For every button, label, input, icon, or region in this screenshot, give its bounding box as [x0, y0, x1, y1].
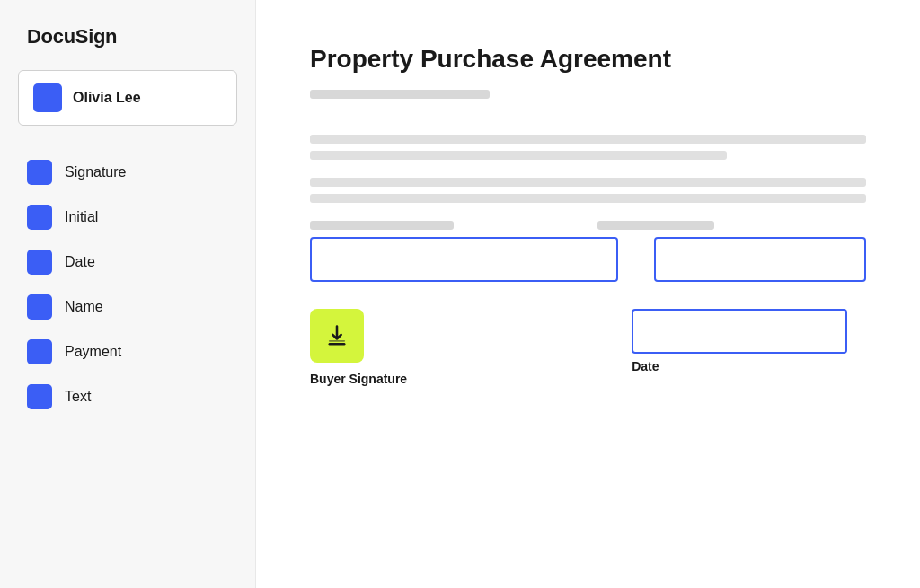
input-fields-row	[310, 237, 866, 282]
date-block: Date	[632, 309, 847, 373]
field-labels-row	[310, 221, 866, 230]
sidebar-item-label: Text	[65, 389, 91, 405]
date-input-field[interactable]	[654, 237, 866, 282]
doc-line	[310, 194, 866, 203]
doc-line	[310, 178, 866, 187]
avatar	[33, 83, 62, 112]
field-label-placeholder-2	[597, 221, 714, 230]
initial-icon	[27, 205, 52, 230]
sidebar-item-text[interactable]: Text	[18, 377, 237, 417]
doc-section-1	[310, 135, 866, 160]
document-title: Property Purchase Agreement	[310, 45, 866, 74]
payment-icon	[27, 339, 52, 364]
sidebar-item-label: Payment	[65, 344, 121, 360]
text-icon	[27, 384, 52, 409]
sidebar-item-date[interactable]: Date	[18, 242, 237, 282]
date-field[interactable]	[632, 309, 847, 354]
download-sign-icon	[324, 323, 349, 348]
sidebar-item-initial[interactable]: Initial	[18, 197, 237, 237]
sidebar-header: DocuSign	[0, 0, 255, 70]
signature-area: Buyer Signature Date	[310, 309, 866, 386]
buyer-signature-label: Buyer Signature	[310, 372, 407, 386]
user-card[interactable]: Olivia Lee	[18, 70, 237, 126]
signature-input-field[interactable]	[310, 237, 618, 282]
user-name: Olivia Lee	[73, 90, 141, 106]
sidebar-nav: Signature Initial Date Name Payment Text	[0, 153, 255, 417]
name-icon	[27, 294, 52, 320]
signature-icon	[27, 160, 52, 185]
buyer-signature-block: Buyer Signature	[310, 309, 407, 386]
doc-section-2	[310, 178, 866, 203]
sidebar-item-payment[interactable]: Payment	[18, 332, 237, 372]
sidebar: DocuSign Olivia Lee Signature Initial Da…	[0, 0, 256, 588]
main-content: Property Purchase Agreement Bu	[256, 0, 920, 588]
doc-line	[310, 151, 727, 160]
doc-subtitle-placeholder	[310, 90, 490, 99]
date-label: Date	[632, 359, 847, 373]
buyer-signature-button[interactable]	[310, 309, 364, 363]
sidebar-item-name[interactable]: Name	[18, 287, 237, 327]
doc-line	[310, 135, 866, 144]
sidebar-item-label: Signature	[65, 164, 127, 180]
sidebar-item-label: Name	[65, 299, 103, 315]
field-label-placeholder-1	[310, 221, 454, 230]
sidebar-item-signature[interactable]: Signature	[18, 153, 237, 192]
sidebar-item-label: Date	[65, 254, 95, 270]
date-icon	[27, 250, 52, 275]
sidebar-item-label: Initial	[65, 209, 98, 225]
app-logo: DocuSign	[27, 25, 228, 48]
